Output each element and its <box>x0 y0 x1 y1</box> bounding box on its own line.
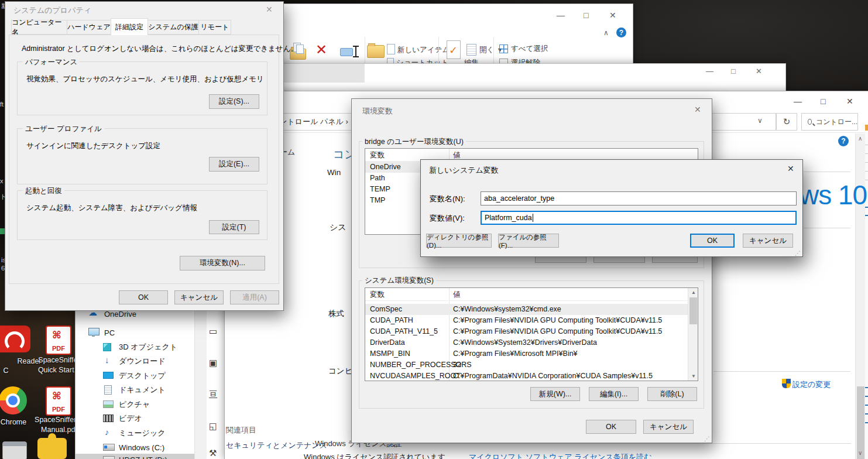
help-icon[interactable]: ? <box>616 28 626 37</box>
minimize-button[interactable]: — <box>706 67 713 75</box>
open-icon[interactable] <box>466 44 476 56</box>
column-header-value[interactable]: 値 <box>453 290 461 300</box>
tree-item-music[interactable]: ♪ ミュージック <box>103 426 166 440</box>
variable-value-input[interactable]: Platform_cuda <box>481 211 797 225</box>
system-variables-table[interactable]: 変数 値 ComSpec C:¥Windows¥system32¥cmd.exe… <box>365 287 698 381</box>
refresh-button[interactable]: ↻ <box>776 113 797 131</box>
close-button[interactable]: ✕ <box>266 5 273 14</box>
desktop-icon-label[interactable]: C <box>0 366 12 375</box>
scroll-down-icon[interactable]: ▼ <box>691 374 696 379</box>
system-delete-button[interactable]: 削除(L) <box>647 387 697 401</box>
maximize-button[interactable]: □ <box>731 67 736 75</box>
tab-computer-name[interactable]: コンピューター名 <box>11 20 67 35</box>
minimize-button[interactable]: — <box>794 97 802 105</box>
environment-variables-button[interactable]: 環境変数(N)... <box>180 256 265 270</box>
search-input[interactable]: コントロー... <box>801 113 858 131</box>
system-edit-button[interactable]: 編集(I)... <box>589 387 639 401</box>
resize-grip[interactable]: ⋰ <box>795 250 801 256</box>
table-row[interactable]: NUMBER_OF_PROCESSORS 32 <box>365 359 698 371</box>
apply-button[interactable]: 適用(A) <box>230 290 279 304</box>
table-row[interactable]: NVCUDASAMPLES_ROOT C:¥ProgramData¥NVIDIA… <box>365 371 698 381</box>
ribbon-collapse-icon[interactable]: ∧ <box>603 29 609 37</box>
ok-button[interactable]: OK <box>119 290 168 304</box>
scrollbar-thumb[interactable] <box>857 386 864 459</box>
tree-scrollbar[interactable] <box>194 311 207 459</box>
desktop-icon-label[interactable]: Chrome <box>0 418 27 426</box>
pdf-file-icon[interactable]: ⌘ PDF <box>46 326 71 355</box>
change-settings-link[interactable]: 設定の変更 <box>792 379 831 390</box>
table-row[interactable]: CUDA_PATH C:¥Program Files¥NVIDIA GPU Co… <box>365 315 698 326</box>
table-row[interactable]: ComSpec C:¥Windows¥system32¥cmd.exe <box>365 304 698 315</box>
table-row[interactable]: MSMPI_BIN C:¥Program Files¥Microsoft MPI… <box>365 348 698 359</box>
close-button[interactable]: ✕ <box>694 105 701 114</box>
cancel-button[interactable]: キャンセル <box>743 234 793 248</box>
tab-advanced-active[interactable]: 詳細設定 <box>111 18 148 35</box>
pdf-file-icon[interactable]: ⌘ PDF <box>46 386 71 416</box>
browse-file-button[interactable]: ファイルの参照(F)... <box>498 234 559 248</box>
select-all-icon[interactable] <box>499 44 508 53</box>
header-divider <box>365 300 698 301</box>
maximize-button[interactable]: □ <box>584 11 588 19</box>
variable-name-input[interactable]: aba_accelerator_type <box>481 191 797 205</box>
acrobat-reader-icon[interactable] <box>0 326 30 352</box>
scrollbar-thumb[interactable] <box>689 297 697 324</box>
dock-toolbar-icon[interactable]: ▭ <box>209 326 217 337</box>
license-terms-link[interactable]: マイクロソフト ソフトウェア ライセンス条項を読む <box>469 452 651 459</box>
tree-item-3d-objects[interactable]: 3D オブジェクト <box>103 340 177 354</box>
table-row[interactable]: DriverData C:¥Windows¥System32¥Drivers¥D… <box>365 337 698 348</box>
tab-remote[interactable]: リモート <box>198 20 231 35</box>
startup-settings-button[interactable]: 設定(T) <box>209 220 259 234</box>
tree-item-drive-d[interactable]: HDCZ-UT (D:) <box>103 453 167 459</box>
tree-item-pc[interactable]: PC <box>88 326 115 340</box>
close-button[interactable]: ✕ <box>787 164 794 173</box>
column-header-name[interactable]: 変数 <box>370 150 385 160</box>
tree-item-downloads[interactable]: ↓ ダウンロード <box>103 354 166 368</box>
ok-button[interactable]: OK <box>586 420 636 434</box>
new-item-icon[interactable] <box>387 44 395 54</box>
window-app-icon[interactable] <box>2 441 27 459</box>
tab-system-protection[interactable]: システムの保護 <box>147 20 199 35</box>
browse-directory-button[interactable]: ディレクトリの参照(D)... <box>426 234 492 248</box>
tab-hardware[interactable]: ハードウェア <box>67 20 111 35</box>
performance-settings-button[interactable]: 設定(S)... <box>209 94 259 109</box>
button-label: 設定(E)... <box>219 159 249 169</box>
cancel-button[interactable]: キャンセル <box>174 290 224 304</box>
rename-icon[interactable] <box>340 46 361 58</box>
dock-windows-icon[interactable]: ◱ <box>209 421 217 431</box>
system-new-button[interactable]: 新規(W)... <box>530 387 580 401</box>
maximize-button[interactable]: □ <box>821 97 825 105</box>
security-maintenance-link[interactable]: セキュリティとメンテナンス <box>226 440 327 451</box>
close-button[interactable]: ✕ <box>756 67 762 75</box>
dock-tools-icon[interactable]: ⚒ <box>209 448 217 458</box>
dock-layout-icon[interactable]: 亘 <box>209 389 218 400</box>
scroll-up-icon[interactable]: ▲ <box>691 290 696 295</box>
new-folder-icon[interactable] <box>367 45 385 58</box>
tree-item-desktop[interactable]: デスクトップ <box>103 369 166 383</box>
open-button[interactable]: 開く <box>479 45 494 55</box>
minimize-button[interactable]: — <box>557 11 565 19</box>
table-scrollbar[interactable]: ▲ ▼ <box>688 288 698 381</box>
puzzle-piece-icon[interactable] <box>37 438 67 459</box>
close-button[interactable]: ✕ <box>609 11 616 19</box>
ok-button[interactable]: OK <box>690 234 735 248</box>
table-row[interactable]: CUDA_PATH_V11_5 C:¥Program Files¥NVIDIA … <box>365 326 698 337</box>
column-header-name[interactable]: 変数 <box>370 290 385 300</box>
tree-item-documents[interactable]: ドキュメント <box>103 383 166 397</box>
scroll-down-icon[interactable]: ∨ <box>858 450 862 456</box>
tree-item-videos[interactable]: ビデオ <box>103 412 142 426</box>
close-button[interactable]: ✕ <box>846 97 853 105</box>
tree-item-pictures[interactable]: ピクチャ <box>103 398 150 412</box>
select-all-button[interactable]: すべて選択 <box>511 44 548 54</box>
address-dropdown-icon[interactable]: ∨ <box>757 117 763 125</box>
variable-name-value: aba_accelerator_type <box>484 194 554 203</box>
profile-settings-button[interactable]: 設定(E)... <box>209 157 259 172</box>
new-item-button[interactable]: 新しいアイテム <box>397 45 450 55</box>
dock-window-icon[interactable]: ▣ <box>209 358 217 368</box>
resize-grip[interactable]: ⋰ <box>704 436 710 442</box>
cancel-button[interactable]: キャンセル <box>643 420 694 434</box>
help-icon[interactable]: ? <box>838 136 849 146</box>
chrome-icon[interactable] <box>0 386 27 415</box>
checkbox-document-icon[interactable]: ✓ <box>447 40 462 60</box>
scroll-up-icon[interactable]: ∧ <box>858 135 862 142</box>
delete-icon[interactable]: ✕ <box>315 42 327 58</box>
